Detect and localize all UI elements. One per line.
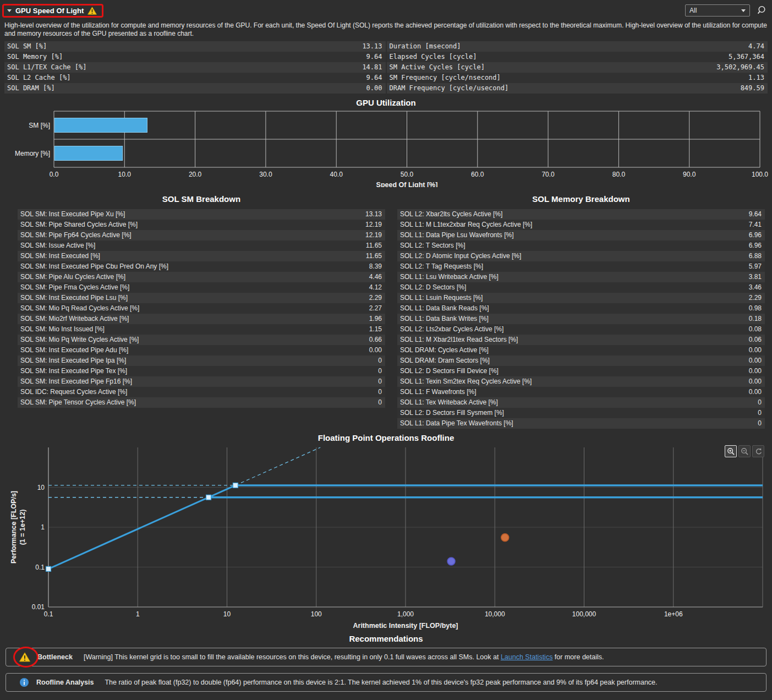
table-row: SOL L1: Data Pipe Lsu Wavefronts [%]6.96 <box>397 230 765 240</box>
row-label: SOL L2: D Sectors [%] <box>397 282 466 293</box>
row-label: SOL L1: Lsu Writeback Active [%] <box>397 272 499 282</box>
sol-sm-breakdown-table: SOL SM: Inst Executed Pipe Xu [%]13.13SO… <box>18 209 385 408</box>
row-value: 0.66 <box>369 335 385 345</box>
row-label: SOL DRAM: Dram Sectors [%] <box>397 356 490 366</box>
row-label: SOL IDC: Request Cycles Active [%] <box>18 387 127 397</box>
table-row: SOL SM: Inst Executed Pipe Adu [%]0.00 <box>18 345 385 356</box>
section-description: High-level overview of the utilization f… <box>0 20 772 41</box>
recommendation-text: The ratio of peak float (fp32) to double… <box>105 679 657 686</box>
row-value: 9.64 <box>749 209 765 220</box>
table-row: SOL DRAM: Cycles Active [%]0.00 <box>397 345 765 356</box>
row-label: SOL L2: D Atomic Input Cycles Active [%] <box>397 251 521 261</box>
chevron-down-icon <box>741 9 746 12</box>
row-label: SOL L2 Cache [%] <box>4 73 71 83</box>
row-value: 4.46 <box>369 272 385 282</box>
table-row: SOL L1: Data Bank Reads [%]0.98 <box>397 303 765 314</box>
x-tick-label: 80.0 <box>612 171 626 178</box>
row-label: SOL L1: Texin Sm2tex Req Cycles Active [… <box>397 376 532 387</box>
x-tick-label: 1,000 <box>397 610 414 618</box>
zoom-out-button[interactable] <box>738 445 751 457</box>
launch-statistics-link[interactable]: Launch Statistics <box>501 653 553 661</box>
page-title: GPU Speed Of Light <box>15 7 84 15</box>
search-icon[interactable] <box>755 4 768 17</box>
row-value: 13.13 <box>362 41 385 52</box>
table-row: SOL DRAM: Dram Sectors [%]0.00 <box>397 356 765 366</box>
row-value: 11.65 <box>366 240 385 251</box>
x-tick-label: 0.1 <box>44 610 53 618</box>
section-collapse-header[interactable]: GPU Speed Of Light <box>7 7 97 15</box>
double-precision-achieved-point <box>501 534 509 542</box>
row-label: SOL SM: Inst Executed Pipe Xu [%] <box>18 209 125 220</box>
row-label: SOL L2: T Tag Requests [%] <box>397 261 483 272</box>
row-value: 0.00 <box>366 83 386 94</box>
x-tick-label: 100 <box>311 610 322 618</box>
row-label: SOL L2: D Sectors Fill Device [%] <box>397 366 499 376</box>
table-row: SM Active Cycles [cycle]3,502,969.45 <box>387 62 768 73</box>
table-row: SOL SM: Mio Inst Issued [%]1.15 <box>18 324 385 335</box>
row-value: 5,367,364 <box>729 52 768 62</box>
x-tick-label: 100.0 <box>752 171 768 178</box>
row-value: 12.19 <box>365 230 385 240</box>
category-label: Memory [%] <box>15 150 50 157</box>
row-value: 0 <box>378 376 385 387</box>
x-tick-label: 10 <box>223 610 231 618</box>
row-label: SOL SM: Pipe Alu Cycles Active [%] <box>18 272 125 282</box>
x-tick-label: 20.0 <box>189 171 202 178</box>
recommendation-roofline-analysis: Roofline Analysis The ratio of peak floa… <box>6 673 766 692</box>
row-value: 0.00 <box>749 376 765 387</box>
zoom-reset-button[interactable] <box>752 445 764 457</box>
table-row: SOL L2: T Tag Requests [%]5.97 <box>397 261 765 272</box>
x-tick-label: 90.0 <box>683 171 696 178</box>
row-label: SOL SM: Mio Pq Write Cycles Active [%] <box>18 335 139 345</box>
row-value: 1.96 <box>369 314 385 324</box>
row-value: 0.00 <box>749 345 765 356</box>
x-axis-label: Arithmetic Intensity [FLOP/byte] <box>353 622 458 630</box>
sol-sm-breakdown-title: SOL SM Breakdown <box>18 194 385 204</box>
row-value: 11.65 <box>366 251 385 261</box>
filter-dropdown-value: All <box>689 7 697 14</box>
table-row: SOL SM: Inst Executed Pipe Cbu Pred On A… <box>18 261 385 272</box>
table-row: SOL L1: M L1tex2xbar Req Cycles Active [… <box>397 220 765 230</box>
utilization-bar <box>54 118 147 133</box>
table-row: SOL L1: F Wavefronts [%]0.00 <box>397 387 765 397</box>
category-label: SM [%] <box>29 122 50 129</box>
section-header-bar: GPU Speed Of Light All <box>0 0 772 20</box>
row-label: SOL Memory [%] <box>4 52 63 62</box>
filter-dropdown[interactable]: All <box>685 4 750 17</box>
summary-table: SOL SM [%]13.13SOL Memory [%]9.64SOL L1/… <box>0 41 772 94</box>
zoom-in-button[interactable] <box>725 445 737 457</box>
y-tick-label: 0.01 <box>32 603 45 611</box>
row-value: 6.96 <box>749 240 765 251</box>
recommendation-title: Roofline Analysis <box>36 679 94 686</box>
row-value: 9.64 <box>366 73 386 83</box>
table-row: SOL SM: Pipe Alu Cycles Active [%]4.46 <box>18 272 385 282</box>
row-value: 0 <box>758 418 765 429</box>
roofline-title: Floating Point Operations Roofline <box>0 433 772 442</box>
row-label: SOL SM: Inst Executed [%] <box>18 251 100 261</box>
y-axis-label-2: (1 = 1e+12) <box>19 510 26 545</box>
table-row: SOL IDC: Request Cycles Active [%]0 <box>18 387 385 397</box>
row-label: SOL SM: Inst Executed Pipe Fp16 [%] <box>18 376 132 387</box>
table-row: SOL L2: T Sectors [%]6.96 <box>397 240 765 251</box>
row-value: 0.08 <box>749 324 765 335</box>
row-label: SOL SM: Issue Active [%] <box>18 240 95 251</box>
table-row: SOL L1: Lsu Writeback Active [%]3.81 <box>397 272 765 282</box>
table-row: SOL L1: Data Pipe Tex Wavefronts [%]0 <box>397 418 765 429</box>
row-value: 3.46 <box>749 282 765 293</box>
table-row: SOL SM: Issue Active [%]11.65 <box>18 240 385 251</box>
x-tick-label: 100,000 <box>572 610 596 618</box>
row-label: DRAM Frequency [cycle/usecond] <box>387 83 509 94</box>
row-value: 0 <box>378 387 385 397</box>
header-right-controls: All <box>685 4 768 17</box>
table-row: SOL SM: Inst Executed Pipe Fp16 [%]0 <box>18 376 385 387</box>
recommendation-text-before: The ratio of peak float (fp32) to double… <box>105 679 657 686</box>
x-tick-label: 40.0 <box>330 171 343 178</box>
roofline-svg: 0.010.11100.11101001,00010,000100,0001e+… <box>2 444 770 631</box>
table-row: SOL L2: Lts2xbar Cycles Active [%]0.08 <box>397 324 765 335</box>
summary-table-left: SOL SM [%]13.13SOL Memory [%]9.64SOL L1/… <box>4 41 386 94</box>
row-label: SOL SM: Inst Executed Pipe Tex [%] <box>18 366 127 376</box>
row-value: 13.13 <box>365 209 385 220</box>
y-axis-label: Performance [FLOP/s] <box>10 491 18 564</box>
row-value: 2.29 <box>749 293 765 303</box>
row-value: 3.81 <box>749 272 765 282</box>
